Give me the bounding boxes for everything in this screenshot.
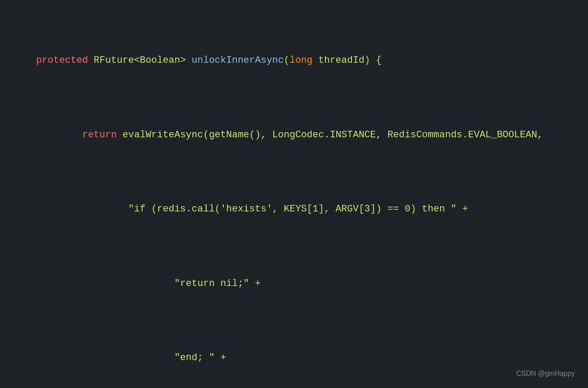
method-name: unlockInnerAsync xyxy=(191,55,284,66)
method-call: evalWriteAsync(getName(), LongCodec.INST… xyxy=(117,129,543,140)
code-line-5: "end; " + xyxy=(13,336,575,380)
keyword-protected: protected xyxy=(36,55,88,66)
code-editor: protected RFuture<Boolean> unlockInnerAs… xyxy=(0,0,588,388)
paren: ( xyxy=(284,55,290,66)
string-1: "if (redis.call('hexists', KEYS[1], ARGV… xyxy=(36,204,468,214)
string-3: "end; " + xyxy=(36,352,226,363)
param: threadId) { xyxy=(313,55,382,66)
code-line-3: "if (redis.call('hexists', KEYS[1], ARGV… xyxy=(13,187,575,231)
code-line-2: return evalWriteAsync(getName(), LongCod… xyxy=(13,113,575,157)
watermark: CSDN @gmHappy xyxy=(516,368,575,379)
normal-text: RFuture<Boolean> xyxy=(88,55,192,66)
keyword-long: long xyxy=(290,55,313,66)
string-2: "return nil;" + xyxy=(36,278,261,289)
keyword-return: return xyxy=(82,129,116,140)
code-line-4: "return nil;" + xyxy=(13,262,575,306)
code-line-1: protected RFuture<Boolean> unlockInnerAs… xyxy=(13,38,575,83)
indent xyxy=(36,129,82,140)
